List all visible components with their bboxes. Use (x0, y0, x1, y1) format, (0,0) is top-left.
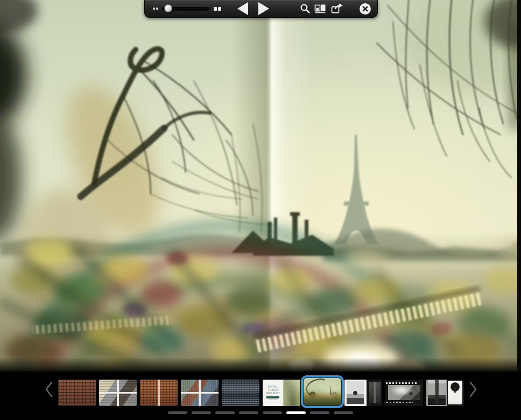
page-dash-5[interactable] (263, 411, 282, 414)
page-dash-4[interactable] (239, 411, 258, 414)
page-dash-2[interactable] (192, 411, 211, 414)
thumbnail-building-collage-b[interactable] (181, 380, 219, 406)
share-button[interactable] (330, 3, 344, 15)
page-dash-7[interactable] (310, 411, 329, 414)
search-button[interactable] (299, 3, 311, 15)
thumbnail-bw-tower-pair[interactable] (426, 380, 464, 406)
page-dash-8[interactable] (334, 411, 353, 414)
close-icon (359, 3, 371, 15)
filmstrip-prev-button[interactable] (44, 380, 54, 398)
zoom-out-pages-icon[interactable] (153, 8, 158, 10)
thumbnail-bw-umbrella[interactable] (344, 380, 382, 406)
thumbnail-bw-caption-spread[interactable] (385, 380, 423, 406)
search-icon (299, 3, 311, 15)
thumbnail-title-text: EIFFELTOWERPROJECT (263, 380, 284, 406)
photo-spread-art (0, 0, 521, 372)
pages-overview-button[interactable] (314, 3, 327, 15)
zoom-slider-knob[interactable] (164, 4, 172, 12)
page-dash-6[interactable] (286, 411, 306, 414)
thumbnail-orange-towers[interactable] (140, 380, 178, 406)
page-dash-3[interactable] (215, 411, 235, 414)
thumbnail-window-grid[interactable] (222, 380, 259, 406)
title-subline (269, 400, 278, 400)
filmstrip-next-button[interactable] (468, 380, 478, 398)
previous-page-button[interactable] (237, 2, 248, 15)
chevron-right-icon (469, 381, 477, 398)
close-button[interactable] (359, 3, 371, 15)
title-accent-bar (266, 396, 279, 398)
thumbnail-eiffel-prism-spread[interactable] (304, 378, 341, 405)
page-dash-1[interactable] (168, 411, 187, 414)
thumbnail-eiffel-title-spread[interactable]: EIFFELTOWERPROJECT (263, 380, 300, 406)
thumbnail-row: EIFFELTOWERPROJECT (0, 372, 521, 407)
share-icon (330, 3, 344, 15)
viewer-stage: EIFFELTOWERPROJECT (0, 0, 521, 420)
pages-icon (314, 3, 327, 15)
thumbnail-building-collage-a[interactable] (99, 380, 137, 406)
photo-spread[interactable] (0, 0, 521, 372)
page-indicator (0, 411, 521, 414)
toolbar (144, 0, 378, 18)
chevron-left-icon (45, 381, 53, 398)
thumbnail-brick-facade[interactable] (58, 380, 96, 406)
next-page-button[interactable] (258, 2, 269, 15)
zoom-in-pages-icon[interactable] (214, 7, 221, 11)
filmstrip: EIFFELTOWERPROJECT (0, 372, 521, 420)
zoom-slider[interactable] (161, 6, 210, 11)
